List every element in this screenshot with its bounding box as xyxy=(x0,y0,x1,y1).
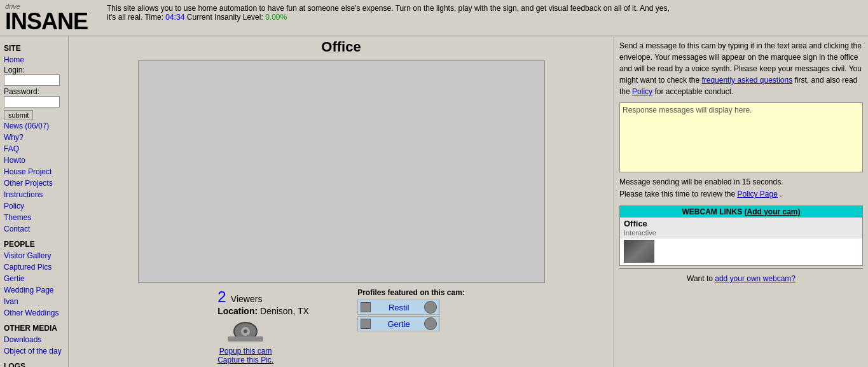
svg-rect-3 xyxy=(228,336,263,342)
msg-status-line1: Message sending will be enabled in 15 se… xyxy=(619,177,783,186)
viewers-count: 2 xyxy=(217,288,226,305)
profile-icon-restil xyxy=(361,302,371,312)
response-placeholder: Response messages will display here. xyxy=(623,106,752,114)
sidebar-house-project[interactable]: House Project xyxy=(4,166,64,177)
cam-main: 2 Viewers Location: Denison, TX xyxy=(71,60,611,367)
sidebar-object-of-day[interactable]: Object of the day xyxy=(4,345,64,357)
webcam-links-header: WEBCAM LINKS (Add your cam) xyxy=(620,206,862,218)
cam-title: Office xyxy=(71,39,611,55)
logo-insane: INSANE xyxy=(5,10,107,33)
divider xyxy=(619,268,863,269)
sidebar-site-label: SITE xyxy=(4,44,64,53)
webcam-office-entry: Office Interactive xyxy=(620,218,862,239)
webcam-entry-type: Interactive xyxy=(624,229,656,237)
header-text: This site allows you to use home automat… xyxy=(107,3,679,22)
location-label: Location: xyxy=(217,306,258,316)
sidebar-wedding-page[interactable]: Wedding Page xyxy=(4,284,64,296)
sidebar-faq[interactable]: FAQ xyxy=(4,143,64,155)
header-insanity-value: 0.00% xyxy=(265,13,287,22)
msg-status-period: . xyxy=(780,190,782,198)
sidebar-other-weddings[interactable]: Other Weddings xyxy=(4,307,64,319)
intro-part3: for acceptable conduct. xyxy=(654,87,733,96)
capture-pic-link[interactable]: Capture this Pic. xyxy=(217,356,273,364)
profile-avatar-gertie xyxy=(424,317,437,330)
profile-icon-gertie xyxy=(361,319,371,329)
sidebar-downloads[interactable]: Downloads xyxy=(4,334,64,345)
logo-area: drive INSANE xyxy=(5,3,107,33)
profile-name-restil: Restil xyxy=(373,303,424,312)
right-panel: Send a message to this cam by typing it … xyxy=(614,36,868,367)
msg-status: Message sending will be enabled in 15 se… xyxy=(619,176,863,200)
sidebar: SITE Home Login: Password: News (06/07) … xyxy=(0,36,69,367)
webcam-entry-name: Office xyxy=(624,219,647,228)
faq-link[interactable]: frequently asked questions xyxy=(701,76,792,85)
webcam-links-section: WEBCAM LINKS (Add your cam) Office Inter… xyxy=(619,205,863,266)
add-cam-link[interactable]: Add your cam) xyxy=(747,207,801,216)
sidebar-howto[interactable]: Howto xyxy=(4,155,64,166)
webcam-thumbnail xyxy=(624,240,654,263)
profiles-title: Profiles featured on this cam: xyxy=(357,288,465,297)
profile-row-restil[interactable]: Restil xyxy=(357,300,440,315)
sidebar-gertie[interactable]: Gertie xyxy=(4,273,64,284)
submit-button[interactable] xyxy=(4,110,33,120)
sidebar-other-projects[interactable]: Other Projects xyxy=(4,177,64,189)
sidebar-news[interactable]: News (06/07) xyxy=(4,120,64,132)
sidebar-home[interactable]: Home xyxy=(4,54,64,66)
login-input[interactable] xyxy=(4,74,60,86)
sidebar-logs-label: LOGS xyxy=(4,362,64,367)
sidebar-people-label: PEOPLE xyxy=(4,240,64,249)
sidebar-visitor-gallery[interactable]: Visitor Gallery xyxy=(4,250,64,261)
sidebar-ivan[interactable]: Ivan xyxy=(4,296,64,307)
location-line: Location: Denison, TX xyxy=(217,306,309,316)
viewers-count-row: 2 Viewers xyxy=(217,288,262,306)
cam-links: Popup this cam Capture this Pic. xyxy=(217,316,273,364)
webcam-feed xyxy=(138,60,545,283)
add-webcam-section: Want to add your own webcam? xyxy=(619,272,863,286)
intro-text: Send a message to this cam by typing it … xyxy=(619,40,863,97)
viewers-label: Viewers xyxy=(231,294,263,304)
cam-icon-area xyxy=(217,316,273,347)
header-time-label: Time: xyxy=(144,13,163,22)
sidebar-why[interactable]: Why? xyxy=(4,132,64,143)
cam-icon xyxy=(228,316,263,347)
popup-cam-link[interactable]: Popup this cam xyxy=(217,347,273,356)
svg-point-2 xyxy=(244,329,247,333)
webcam-thumb-row xyxy=(620,239,862,265)
content-area: Office 2 Viewers Location: Denison, TX xyxy=(69,36,614,367)
sidebar-instructions[interactable]: Instructions xyxy=(4,189,64,200)
cam-bottom: 2 Viewers Location: Denison, TX xyxy=(138,288,545,364)
webcam-links-label: WEBCAM LINKS xyxy=(682,207,742,216)
location-value: Denison, TX xyxy=(260,306,309,316)
sidebar-captured-pics[interactable]: Captured Pics xyxy=(4,261,64,273)
sidebar-other-media-label: OTHER MEDIA xyxy=(4,324,64,333)
add-own-webcam-link[interactable]: add your own webcam? xyxy=(715,274,796,283)
header: drive INSANE This site allows you to use… xyxy=(0,0,868,36)
profile-avatar-restil xyxy=(424,301,437,314)
policy-page-link[interactable]: Policy Page xyxy=(737,190,777,198)
add-webcam-text: Want to xyxy=(687,274,715,283)
response-box: Response messages will display here. xyxy=(619,102,863,172)
sidebar-contact[interactable]: Contact xyxy=(4,223,64,235)
password-input[interactable] xyxy=(4,96,60,107)
profile-row-gertie[interactable]: Gertie xyxy=(357,316,440,331)
sidebar-policy[interactable]: Policy xyxy=(4,200,64,212)
viewers-location: 2 Viewers Location: Denison, TX xyxy=(217,288,345,364)
policy-link[interactable]: Policy xyxy=(632,87,652,96)
sidebar-themes[interactable]: Themes xyxy=(4,212,64,223)
profile-name-gertie: Gertie xyxy=(373,319,424,329)
header-insanity-label: Current Insanity Level: xyxy=(187,13,263,22)
main-layout: SITE Home Login: Password: News (06/07) … xyxy=(0,36,868,367)
sidebar-password-label-text: Password: xyxy=(4,87,64,96)
sidebar-login-label-text: Login: xyxy=(4,66,64,74)
msg-status-line2: Please take this time to review the xyxy=(619,190,735,198)
header-time-value: 04:34 xyxy=(165,13,184,22)
profiles-area: Profiles featured on this cam: Restil Ge… xyxy=(357,288,465,333)
